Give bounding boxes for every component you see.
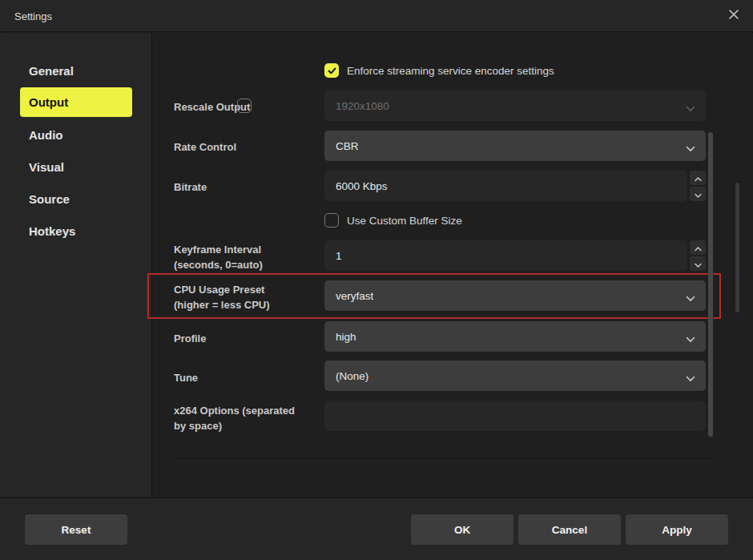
- close-button[interactable]: [723, 6, 745, 26]
- settings-sidebar: General Output Audio Visual Source Hotke…: [0, 33, 152, 497]
- chevron-down-icon: [695, 187, 702, 201]
- x264-options-label-line2: by space): [174, 420, 222, 432]
- ok-button[interactable]: OK: [411, 514, 513, 545]
- chevron-down-icon: [686, 143, 695, 155]
- inner-scrollbar-thumb[interactable]: [708, 132, 713, 437]
- sidebar-item-label: Hotkeys: [29, 224, 75, 238]
- check-icon: [328, 63, 336, 78]
- close-icon: [728, 9, 739, 23]
- keyframe-interval-value: 1: [336, 250, 342, 262]
- chevron-down-icon: [686, 373, 695, 385]
- keyframe-interval-label-line2: (seconds, 0=auto): [174, 259, 263, 271]
- sidebar-item-label: Audio: [29, 128, 63, 142]
- x264-options-label-line1: x264 Options (separated: [174, 405, 295, 417]
- chevron-up-icon: [695, 171, 702, 185]
- sidebar-item-general[interactable]: General: [0, 54, 151, 87]
- bitrate-label: Bitrate: [174, 179, 207, 195]
- x264-options-input[interactable]: [324, 401, 706, 431]
- x264-options-label: x264 Options (separated by space): [174, 403, 295, 433]
- window-title: Settings: [14, 10, 52, 22]
- apply-button[interactable]: Apply: [626, 514, 728, 545]
- profile-label: Profile: [174, 331, 206, 346]
- bitrate-input[interactable]: 6000 Kbps: [324, 171, 687, 201]
- chevron-down-icon: [686, 103, 695, 115]
- rescale-output-value: 1920x1080: [336, 100, 389, 112]
- cpu-preset-label: CPU Usage Preset (higher = less CPU): [174, 282, 270, 312]
- custom-buffer-label: Use Custom Buffer Size: [347, 215, 462, 227]
- keyframe-interval-spinner: [690, 240, 706, 271]
- rate-control-label: Rate Control: [174, 139, 236, 155]
- sidebar-item-label: Source: [29, 192, 70, 206]
- rescale-output-checkbox[interactable]: [237, 99, 252, 113]
- cpu-preset-value: veryfast: [336, 290, 373, 302]
- section-divider: [172, 457, 713, 458]
- reset-button[interactable]: Reset: [25, 514, 127, 545]
- keyframe-interval-label: Keyframe Interval (seconds, 0=auto): [174, 242, 263, 272]
- tune-dropdown[interactable]: (None): [324, 361, 706, 391]
- title-bar: Settings: [0, 0, 753, 32]
- tune-label: Tune: [174, 370, 198, 385]
- chevron-down-icon: [686, 333, 695, 345]
- sidebar-item-source[interactable]: Source: [0, 183, 151, 215]
- settings-dialog: { "window": { "title": "Settings" }, "co…: [0, 0, 753, 560]
- sidebar-item-hotkeys[interactable]: Hotkeys: [0, 215, 151, 247]
- keyframe-interval-input[interactable]: 1: [324, 240, 687, 271]
- sidebar-item-label: Output: [29, 95, 68, 109]
- cancel-button[interactable]: Cancel: [518, 514, 621, 545]
- keyframe-interval-label-line1: Keyframe Interval: [174, 244, 261, 256]
- tune-value: (None): [336, 370, 368, 382]
- outer-scrollbar-thumb[interactable]: [735, 183, 739, 312]
- sidebar-item-label: General: [29, 64, 74, 78]
- profile-value: high: [336, 331, 356, 343]
- enforce-encoder-label: Enforce streaming service encoder settin…: [347, 65, 554, 77]
- rate-control-value: CBR: [336, 140, 359, 152]
- enforce-encoder-checkbox[interactable]: [324, 63, 339, 78]
- cpu-preset-label-line2: (higher = less CPU): [174, 299, 270, 311]
- footer-bar: Reset OK Cancel Apply: [0, 498, 753, 560]
- bitrate-spinner: [690, 171, 706, 201]
- profile-dropdown[interactable]: high: [324, 321, 706, 352]
- sidebar-item-output[interactable]: Output: [20, 87, 132, 117]
- rate-control-dropdown[interactable]: CBR: [324, 131, 706, 161]
- chevron-up-icon: [695, 240, 702, 255]
- keyframe-increment-button[interactable]: [690, 240, 706, 255]
- bitrate-decrement-button[interactable]: [690, 187, 706, 201]
- sidebar-item-label: Visual: [29, 160, 64, 174]
- sidebar-item-audio[interactable]: Audio: [0, 119, 151, 151]
- chevron-down-icon: [695, 256, 702, 271]
- chevron-down-icon: [686, 292, 695, 304]
- custom-buffer-checkbox[interactable]: [324, 213, 339, 228]
- cpu-preset-dropdown[interactable]: veryfast: [324, 280, 706, 311]
- sidebar-item-visual[interactable]: Visual: [0, 151, 151, 183]
- bitrate-increment-button[interactable]: [690, 171, 706, 185]
- bitrate-value: 6000 Kbps: [336, 180, 388, 192]
- keyframe-decrement-button[interactable]: [690, 256, 706, 271]
- rescale-output-dropdown[interactable]: 1920x1080: [324, 91, 706, 121]
- cpu-preset-label-line1: CPU Usage Preset: [174, 284, 264, 296]
